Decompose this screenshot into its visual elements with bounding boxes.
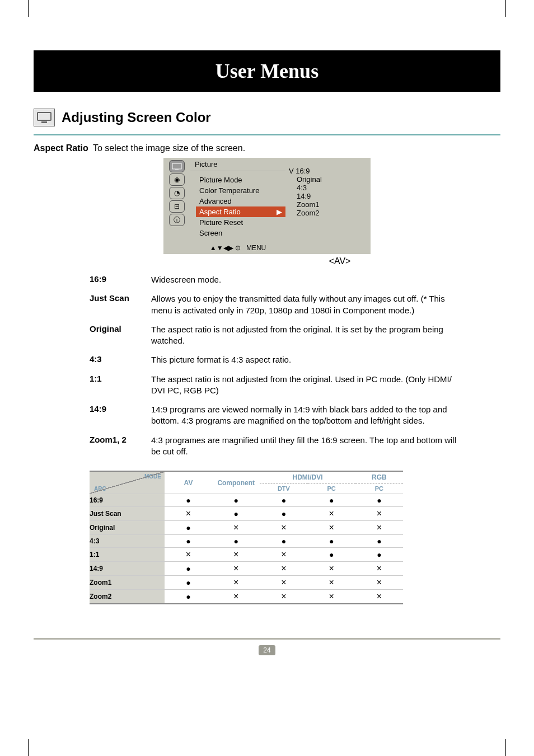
available-icon [308, 548, 355, 562]
osd-item-advanced[interactable]: Advanced [196, 196, 285, 206]
table-row: Zoom2 [90, 590, 403, 604]
desc-val: Widescreen mode. [151, 274, 465, 285]
unavailable-icon [308, 576, 355, 590]
table-row: 1:1 [90, 548, 403, 562]
option-tab-icon[interactable]: ⊟ [169, 200, 185, 213]
unavailable-icon [355, 507, 403, 521]
section-title: Adjusting Screen Color [62, 110, 211, 125]
osd-menu-header: Picture [190, 158, 285, 171]
unavailable-icon [165, 548, 212, 562]
osd-icon-column: ◉ ◔ ⊟ ⓘ [163, 158, 190, 254]
info-tab-icon[interactable]: ⓘ [169, 214, 185, 226]
available-icon [355, 494, 403, 507]
desc-key: 16:9 [90, 274, 151, 285]
available-icon [355, 548, 403, 562]
time-tab-icon[interactable]: ◔ [169, 187, 185, 199]
unavailable-icon [165, 507, 212, 521]
unavailable-icon [212, 590, 260, 604]
desc-val: 14:9 programs are viewed normally in 14:… [151, 404, 465, 427]
submenu-arrow-icon: ▶ [277, 208, 282, 216]
row-label: Just Scan [90, 507, 165, 521]
section-header: Adjusting Screen Color [34, 109, 500, 126]
row-label: 16:9 [90, 494, 165, 507]
desc-row: Just ScanAllows you to enjoy the transmi… [90, 293, 500, 316]
table-row: 16:9 [90, 494, 403, 507]
audio-tab-icon[interactable]: ◉ [169, 173, 185, 186]
footer-divider [34, 638, 500, 640]
osd-panel: ◉ ◔ ⊟ ⓘ Picture Picture Mode Color Tempe… [163, 158, 371, 254]
table-row: 14:9 [90, 562, 403, 576]
svg-rect-3 [172, 163, 181, 169]
osd-menu-column: Picture Picture Mode Color Temperature A… [190, 158, 285, 254]
desc-row: 16:9Widescreen mode. [90, 274, 500, 285]
subcol-pc: PC [308, 483, 355, 494]
svg-rect-2 [41, 121, 47, 123]
divider [34, 134, 500, 135]
osd-submenu-option[interactable]: 4:3 [289, 184, 367, 192]
table-row: Just Scan [90, 507, 403, 521]
col-rgb: RGB [355, 471, 403, 483]
table-corner: ARC MODE [90, 471, 165, 494]
intro-label: Aspect Ratio [34, 143, 88, 153]
available-icon [165, 562, 212, 576]
desc-row: 14:914:9 programs are viewed normally in… [90, 404, 500, 427]
col-av: AV [165, 471, 212, 494]
picture-tab-icon[interactable] [169, 160, 185, 172]
osd-item-screen[interactable]: Screen [196, 228, 285, 238]
unavailable-icon [355, 590, 403, 604]
table-row: 4:3 [90, 535, 403, 548]
available-icon [355, 535, 403, 548]
subcol-rgb-pc: PC [355, 483, 403, 494]
osd-submenu-option[interactable]: 14:9 [289, 192, 367, 200]
osd-submenu-selected[interactable]: V 16:9 [289, 167, 367, 175]
osd-item-aspect-ratio[interactable]: Aspect Ratio ▶ [196, 206, 285, 217]
unavailable-icon [308, 507, 355, 521]
osd-item-picture-reset[interactable]: Picture Reset [196, 217, 285, 228]
unavailable-icon [260, 521, 307, 535]
monitor-icon [34, 109, 55, 126]
check-icon: V [289, 167, 296, 175]
unavailable-icon [260, 590, 307, 604]
desc-row: 4:3This picture format is 4:3 aspect rat… [90, 354, 500, 365]
subcol-dtv: DTV [260, 483, 307, 494]
osd-submenu-option[interactable]: Zoom2 [289, 209, 367, 217]
desc-key: 4:3 [90, 354, 151, 365]
osd-item-color-temperature[interactable]: Color Temperature [196, 185, 285, 196]
desc-row: 1:1The aspect ratio is not adjusted from… [90, 374, 500, 397]
page-title-bar: User Menus [34, 50, 500, 92]
osd-submenu-option[interactable]: Original [289, 175, 367, 184]
col-component: Component [212, 471, 260, 494]
unavailable-icon [355, 562, 403, 576]
row-label: Zoom2 [90, 590, 165, 604]
unavailable-icon [260, 548, 307, 562]
row-label: 14:9 [90, 562, 165, 576]
osd-item-picture-mode[interactable]: Picture Mode [196, 175, 285, 185]
row-label: Zoom1 [90, 576, 165, 590]
available-icon [165, 521, 212, 535]
available-icon [260, 535, 307, 548]
unavailable-icon [260, 562, 307, 576]
col-hdmi-dvi: HDMI/DVI [260, 471, 355, 483]
osd-submenu: V 16:9 Original 4:3 14:9 Zoom1 Zoom2 [285, 158, 371, 254]
available-icon [212, 507, 260, 521]
desc-val: The aspect ratio is not adjusted from th… [151, 324, 465, 347]
unavailable-icon [355, 576, 403, 590]
osd-submenu-option[interactable]: Zoom1 [289, 200, 367, 209]
desc-val: 4:3 programes are magnified until they f… [151, 435, 465, 458]
unavailable-icon [212, 521, 260, 535]
nav-menu-label: MENU [246, 244, 266, 252]
page-number: 24 [259, 645, 275, 655]
desc-key: 1:1 [90, 374, 151, 397]
available-icon [212, 535, 260, 548]
osd-nav-hint: ▲▼◀▶ ⊙ MENU [190, 242, 285, 254]
unavailable-icon [260, 576, 307, 590]
unavailable-icon [212, 548, 260, 562]
aspect-ratio-descriptions: 16:9Widescreen mode. Just ScanAllows you… [90, 274, 500, 457]
desc-key: Zoom1, 2 [90, 435, 151, 458]
intro-text: To select the image size of the screen. [93, 143, 245, 153]
available-icon [165, 535, 212, 548]
available-icon [165, 590, 212, 604]
available-icon [260, 494, 307, 507]
desc-key: Just Scan [90, 293, 151, 316]
nav-arrows-icon: ▲▼◀▶ ⊙ [210, 244, 241, 252]
